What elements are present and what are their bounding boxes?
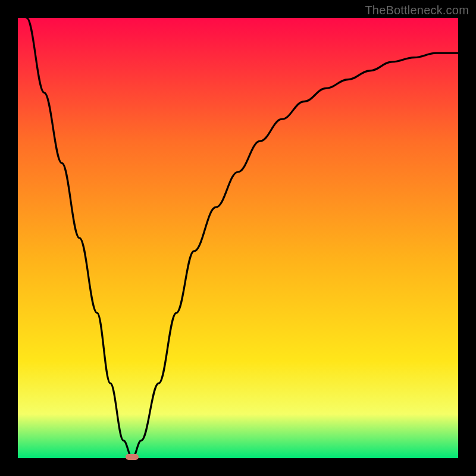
chart-frame <box>18 18 458 458</box>
watermark-text: TheBottleneck.com <box>365 4 469 17</box>
minimum-marker <box>126 454 139 460</box>
gradient-background <box>18 18 458 458</box>
chart-plot <box>18 18 458 458</box>
